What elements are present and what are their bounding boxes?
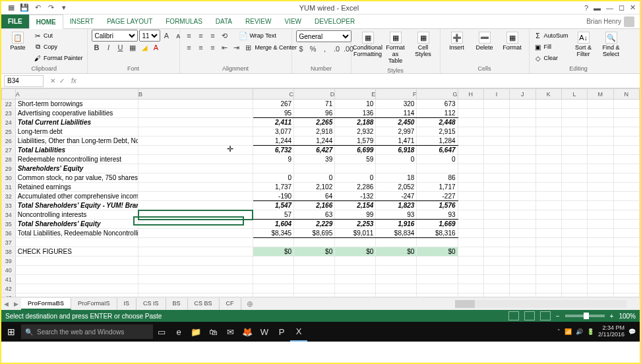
- cell[interactable]: 114: [376, 109, 417, 118]
- cell[interactable]: 2,932: [335, 127, 376, 136]
- cell[interactable]: 0: [376, 155, 417, 164]
- cell[interactable]: [458, 201, 483, 210]
- cell[interactable]: [535, 118, 561, 127]
- sort-filter-button[interactable]: A↓Sort & Filter: [571, 30, 596, 59]
- cell[interactable]: [535, 136, 561, 146]
- cell[interactable]: [535, 164, 561, 173]
- excel-taskbar-icon[interactable]: X: [290, 322, 307, 342]
- cell[interactable]: [15, 257, 138, 266]
- cell[interactable]: [561, 136, 587, 146]
- cell[interactable]: [613, 238, 640, 247]
- tray-network-icon[interactable]: 📶: [565, 328, 572, 335]
- row-header-36[interactable]: 36: [2, 229, 16, 238]
- cell[interactable]: Total Shareholders' Equity - YUM! Brands…: [15, 201, 138, 210]
- row-header-33[interactable]: 33: [2, 201, 16, 210]
- cell[interactable]: [335, 257, 376, 266]
- cell[interactable]: [483, 293, 509, 297]
- fx-icon[interactable]: fx: [69, 77, 79, 84]
- cell[interactable]: [588, 220, 613, 229]
- notifications-icon[interactable]: 💬: [628, 328, 636, 335]
- cell[interactable]: [483, 229, 509, 238]
- cell[interactable]: [483, 247, 509, 257]
- align-left-icon[interactable]: ≡: [184, 42, 195, 53]
- sheet-tab-cs is[interactable]: CS IS: [137, 298, 166, 310]
- cell[interactable]: Total Liabilities: [15, 146, 138, 155]
- cell[interactable]: [458, 127, 483, 136]
- row-header-31[interactable]: 31: [2, 183, 16, 192]
- sheet-nav-right-icon[interactable]: ▶: [11, 301, 21, 307]
- cell[interactable]: [483, 127, 509, 136]
- cell[interactable]: [483, 284, 509, 293]
- cell[interactable]: [335, 238, 376, 247]
- cell[interactable]: 6,427: [294, 146, 335, 155]
- cell[interactable]: [561, 284, 587, 293]
- cell[interactable]: [588, 247, 613, 257]
- cell[interactable]: [535, 146, 561, 155]
- cell[interactable]: Total Shareholders' Equity: [15, 220, 138, 229]
- increase-indent-icon[interactable]: ⇥: [231, 42, 242, 53]
- row-header-35[interactable]: 35: [2, 220, 16, 229]
- cell[interactable]: [588, 155, 613, 164]
- cell[interactable]: [458, 238, 483, 247]
- cell[interactable]: [535, 266, 561, 275]
- cell[interactable]: Liabilities, Other than Long-term Debt, …: [15, 136, 138, 146]
- cell[interactable]: [510, 192, 535, 201]
- zoom-in-icon[interactable]: +: [610, 313, 614, 320]
- tab-review[interactable]: REVIEW: [239, 15, 278, 28]
- cell[interactable]: [510, 247, 535, 257]
- maximize-icon[interactable]: ◻: [619, 3, 625, 12]
- cell[interactable]: [458, 210, 483, 220]
- cell[interactable]: [535, 293, 561, 297]
- cell[interactable]: [376, 293, 417, 297]
- cell[interactable]: [138, 210, 253, 220]
- cell[interactable]: 2,450: [376, 118, 417, 127]
- cell[interactable]: [561, 257, 587, 266]
- cell[interactable]: -132: [335, 192, 376, 201]
- cell[interactable]: 2,052: [376, 183, 417, 192]
- cell[interactable]: [588, 192, 613, 201]
- cell[interactable]: [561, 173, 587, 183]
- cell[interactable]: 39: [294, 155, 335, 164]
- row-header-34[interactable]: 34: [2, 210, 16, 220]
- col-header-E[interactable]: E: [335, 89, 376, 100]
- cell[interactable]: [510, 257, 535, 266]
- cell[interactable]: 1,576: [417, 201, 458, 210]
- cell[interactable]: [15, 266, 138, 275]
- col-header-L[interactable]: L: [561, 89, 587, 100]
- task-view-icon[interactable]: ▭: [153, 322, 170, 342]
- copy-button[interactable]: ⧉Copy: [33, 42, 83, 52]
- cell[interactable]: [535, 100, 561, 109]
- cell[interactable]: [535, 109, 561, 118]
- cell[interactable]: Accumulated other comprehensive income (…: [15, 192, 138, 201]
- cell[interactable]: [588, 183, 613, 192]
- col-header-D[interactable]: D: [294, 89, 335, 100]
- find-select-button[interactable]: 🔍Find & Select: [599, 30, 624, 59]
- fill-button[interactable]: ▣Fill: [534, 42, 568, 52]
- cell[interactable]: [613, 257, 640, 266]
- font-color-button[interactable]: A: [151, 42, 162, 53]
- cell[interactable]: 6,732: [253, 146, 293, 155]
- cell[interactable]: [535, 127, 561, 136]
- cell[interactable]: 1,244: [253, 136, 293, 146]
- italic-button[interactable]: I: [104, 42, 114, 53]
- row-header-37[interactable]: 37: [2, 238, 16, 247]
- cell[interactable]: [510, 183, 535, 192]
- cell[interactable]: 2,448: [417, 118, 458, 127]
- cell[interactable]: [483, 275, 509, 284]
- cell[interactable]: [510, 164, 535, 173]
- cell[interactable]: [335, 275, 376, 284]
- align-center-icon[interactable]: ≡: [196, 42, 206, 53]
- cell[interactable]: [535, 275, 561, 284]
- cell[interactable]: [613, 210, 640, 220]
- cell[interactable]: 63: [294, 210, 335, 220]
- cell[interactable]: 320: [376, 100, 417, 109]
- cell[interactable]: [138, 284, 253, 293]
- cell[interactable]: [294, 238, 335, 247]
- cell[interactable]: [138, 201, 253, 210]
- cell[interactable]: [138, 146, 253, 155]
- cell[interactable]: [510, 284, 535, 293]
- worksheet-grid[interactable]: ABCDEFGHIJKLMN22Short-term borrowings267…: [1, 88, 640, 297]
- cell[interactable]: [561, 210, 587, 220]
- cell[interactable]: [561, 100, 587, 109]
- cell[interactable]: [458, 100, 483, 109]
